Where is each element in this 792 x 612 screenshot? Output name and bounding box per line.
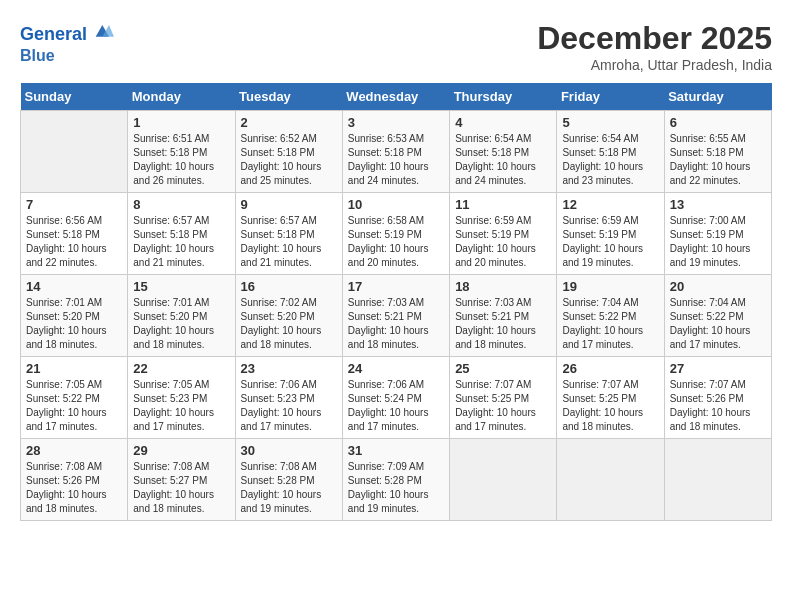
day-number: 15 (133, 279, 229, 294)
calendar-cell: 4Sunrise: 6:54 AMSunset: 5:18 PMDaylight… (450, 111, 557, 193)
calendar-cell: 9Sunrise: 6:57 AMSunset: 5:18 PMDaylight… (235, 193, 342, 275)
day-info: Sunrise: 6:59 AMSunset: 5:19 PMDaylight:… (562, 214, 658, 270)
day-info: Sunrise: 6:52 AMSunset: 5:18 PMDaylight:… (241, 132, 337, 188)
calendar-week-3: 14Sunrise: 7:01 AMSunset: 5:20 PMDayligh… (21, 275, 772, 357)
day-info: Sunrise: 6:56 AMSunset: 5:18 PMDaylight:… (26, 214, 122, 270)
day-number: 11 (455, 197, 551, 212)
day-info: Sunrise: 7:03 AMSunset: 5:21 PMDaylight:… (455, 296, 551, 352)
day-info: Sunrise: 7:07 AMSunset: 5:26 PMDaylight:… (670, 378, 766, 434)
day-info: Sunrise: 7:04 AMSunset: 5:22 PMDaylight:… (670, 296, 766, 352)
day-number: 14 (26, 279, 122, 294)
day-number: 29 (133, 443, 229, 458)
calendar-cell: 30Sunrise: 7:08 AMSunset: 5:28 PMDayligh… (235, 439, 342, 521)
day-info: Sunrise: 6:57 AMSunset: 5:18 PMDaylight:… (241, 214, 337, 270)
day-info: Sunrise: 7:09 AMSunset: 5:28 PMDaylight:… (348, 460, 444, 516)
calendar-week-1: 1Sunrise: 6:51 AMSunset: 5:18 PMDaylight… (21, 111, 772, 193)
calendar-table: SundayMondayTuesdayWednesdayThursdayFrid… (20, 83, 772, 521)
day-info: Sunrise: 7:01 AMSunset: 5:20 PMDaylight:… (133, 296, 229, 352)
day-info: Sunrise: 7:08 AMSunset: 5:26 PMDaylight:… (26, 460, 122, 516)
calendar-cell: 16Sunrise: 7:02 AMSunset: 5:20 PMDayligh… (235, 275, 342, 357)
calendar-cell: 11Sunrise: 6:59 AMSunset: 5:19 PMDayligh… (450, 193, 557, 275)
logo: General Blue (20, 20, 114, 65)
calendar-cell: 19Sunrise: 7:04 AMSunset: 5:22 PMDayligh… (557, 275, 664, 357)
calendar-cell: 27Sunrise: 7:07 AMSunset: 5:26 PMDayligh… (664, 357, 771, 439)
calendar-cell: 23Sunrise: 7:06 AMSunset: 5:23 PMDayligh… (235, 357, 342, 439)
calendar-cell: 2Sunrise: 6:52 AMSunset: 5:18 PMDaylight… (235, 111, 342, 193)
weekday-header-monday: Monday (128, 83, 235, 111)
weekday-header-friday: Friday (557, 83, 664, 111)
calendar-cell: 18Sunrise: 7:03 AMSunset: 5:21 PMDayligh… (450, 275, 557, 357)
calendar-cell: 28Sunrise: 7:08 AMSunset: 5:26 PMDayligh… (21, 439, 128, 521)
day-info: Sunrise: 7:07 AMSunset: 5:25 PMDaylight:… (455, 378, 551, 434)
day-info: Sunrise: 7:05 AMSunset: 5:22 PMDaylight:… (26, 378, 122, 434)
calendar-cell: 26Sunrise: 7:07 AMSunset: 5:25 PMDayligh… (557, 357, 664, 439)
day-number: 10 (348, 197, 444, 212)
day-number: 30 (241, 443, 337, 458)
calendar-cell: 21Sunrise: 7:05 AMSunset: 5:22 PMDayligh… (21, 357, 128, 439)
location-subtitle: Amroha, Uttar Pradesh, India (537, 57, 772, 73)
day-number: 16 (241, 279, 337, 294)
day-number: 17 (348, 279, 444, 294)
weekday-header-thursday: Thursday (450, 83, 557, 111)
day-info: Sunrise: 6:54 AMSunset: 5:18 PMDaylight:… (562, 132, 658, 188)
day-number: 12 (562, 197, 658, 212)
day-number: 21 (26, 361, 122, 376)
title-block: December 2025 Amroha, Uttar Pradesh, Ind… (537, 20, 772, 73)
day-info: Sunrise: 7:08 AMSunset: 5:28 PMDaylight:… (241, 460, 337, 516)
calendar-cell: 14Sunrise: 7:01 AMSunset: 5:20 PMDayligh… (21, 275, 128, 357)
calendar-cell: 3Sunrise: 6:53 AMSunset: 5:18 PMDaylight… (342, 111, 449, 193)
day-number: 1 (133, 115, 229, 130)
calendar-cell (557, 439, 664, 521)
day-info: Sunrise: 6:58 AMSunset: 5:19 PMDaylight:… (348, 214, 444, 270)
day-info: Sunrise: 6:54 AMSunset: 5:18 PMDaylight:… (455, 132, 551, 188)
day-info: Sunrise: 6:57 AMSunset: 5:18 PMDaylight:… (133, 214, 229, 270)
day-info: Sunrise: 7:03 AMSunset: 5:21 PMDaylight:… (348, 296, 444, 352)
day-number: 27 (670, 361, 766, 376)
calendar-week-2: 7Sunrise: 6:56 AMSunset: 5:18 PMDaylight… (21, 193, 772, 275)
calendar-cell (664, 439, 771, 521)
logo-icon (94, 20, 114, 40)
day-info: Sunrise: 7:02 AMSunset: 5:20 PMDaylight:… (241, 296, 337, 352)
day-number: 23 (241, 361, 337, 376)
day-number: 3 (348, 115, 444, 130)
day-info: Sunrise: 7:08 AMSunset: 5:27 PMDaylight:… (133, 460, 229, 516)
calendar-cell (450, 439, 557, 521)
day-info: Sunrise: 6:53 AMSunset: 5:18 PMDaylight:… (348, 132, 444, 188)
weekday-header-wednesday: Wednesday (342, 83, 449, 111)
day-number: 5 (562, 115, 658, 130)
day-number: 7 (26, 197, 122, 212)
day-info: Sunrise: 7:06 AMSunset: 5:23 PMDaylight:… (241, 378, 337, 434)
logo-text2: Blue (20, 46, 114, 65)
calendar-cell: 10Sunrise: 6:58 AMSunset: 5:19 PMDayligh… (342, 193, 449, 275)
day-number: 25 (455, 361, 551, 376)
weekday-header-tuesday: Tuesday (235, 83, 342, 111)
calendar-cell: 20Sunrise: 7:04 AMSunset: 5:22 PMDayligh… (664, 275, 771, 357)
day-number: 8 (133, 197, 229, 212)
calendar-cell: 22Sunrise: 7:05 AMSunset: 5:23 PMDayligh… (128, 357, 235, 439)
calendar-cell: 29Sunrise: 7:08 AMSunset: 5:27 PMDayligh… (128, 439, 235, 521)
calendar-cell: 6Sunrise: 6:55 AMSunset: 5:18 PMDaylight… (664, 111, 771, 193)
calendar-cell: 25Sunrise: 7:07 AMSunset: 5:25 PMDayligh… (450, 357, 557, 439)
day-number: 2 (241, 115, 337, 130)
calendar-cell: 12Sunrise: 6:59 AMSunset: 5:19 PMDayligh… (557, 193, 664, 275)
calendar-cell: 17Sunrise: 7:03 AMSunset: 5:21 PMDayligh… (342, 275, 449, 357)
calendar-cell: 5Sunrise: 6:54 AMSunset: 5:18 PMDaylight… (557, 111, 664, 193)
calendar-cell: 13Sunrise: 7:00 AMSunset: 5:19 PMDayligh… (664, 193, 771, 275)
day-number: 31 (348, 443, 444, 458)
calendar-week-4: 21Sunrise: 7:05 AMSunset: 5:22 PMDayligh… (21, 357, 772, 439)
day-number: 20 (670, 279, 766, 294)
day-info: Sunrise: 7:05 AMSunset: 5:23 PMDaylight:… (133, 378, 229, 434)
day-info: Sunrise: 7:06 AMSunset: 5:24 PMDaylight:… (348, 378, 444, 434)
day-info: Sunrise: 7:01 AMSunset: 5:20 PMDaylight:… (26, 296, 122, 352)
month-title: December 2025 (537, 20, 772, 57)
weekday-header-sunday: Sunday (21, 83, 128, 111)
day-info: Sunrise: 6:51 AMSunset: 5:18 PMDaylight:… (133, 132, 229, 188)
day-info: Sunrise: 7:04 AMSunset: 5:22 PMDaylight:… (562, 296, 658, 352)
calendar-cell (21, 111, 128, 193)
calendar-cell: 8Sunrise: 6:57 AMSunset: 5:18 PMDaylight… (128, 193, 235, 275)
day-number: 19 (562, 279, 658, 294)
day-info: Sunrise: 7:00 AMSunset: 5:19 PMDaylight:… (670, 214, 766, 270)
logo-text: General (20, 20, 114, 46)
day-number: 24 (348, 361, 444, 376)
day-number: 18 (455, 279, 551, 294)
